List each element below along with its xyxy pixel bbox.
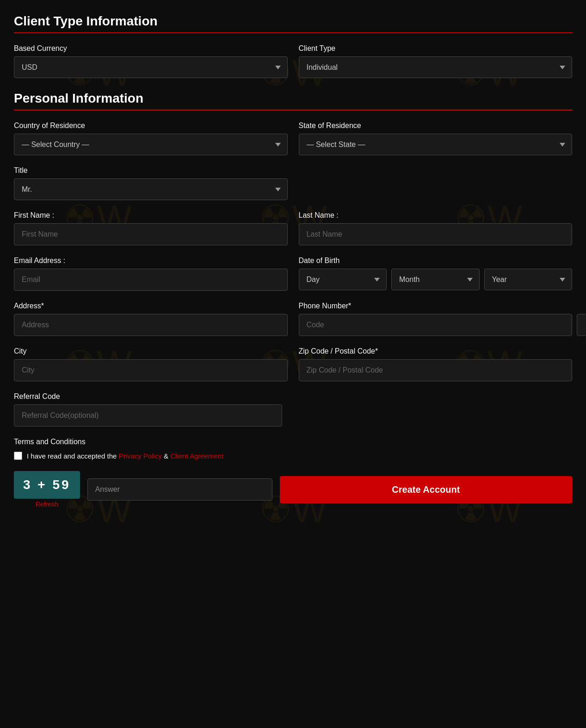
- phone-number-input[interactable]: [577, 314, 586, 336]
- first-name-label: First Name :: [14, 211, 288, 220]
- phone-group: Phone Number*: [299, 302, 573, 336]
- first-name-input[interactable]: [14, 223, 288, 245]
- captcha-refresh[interactable]: Refresh: [14, 501, 80, 508]
- terms-text: I have read and accepted the Privacy Pol…: [27, 452, 223, 460]
- last-name-group: Last Name :: [299, 211, 573, 245]
- terms-section: Terms and Conditions I have read and acc…: [14, 438, 572, 460]
- terms-text-before: I have read and accepted the: [27, 452, 117, 460]
- zip-group: Zip Code / Postal Code*: [299, 347, 573, 381]
- captcha-container: 3 + 59 Refresh: [14, 471, 80, 508]
- create-account-button[interactable]: Create Account: [280, 476, 572, 503]
- client-type-group: Client Type Individual Corporate Institu…: [299, 44, 573, 78]
- city-zip-row: City Zip Code / Postal Code*: [14, 347, 572, 381]
- city-label: City: [14, 347, 288, 355]
- referral-input[interactable]: [14, 404, 282, 427]
- zip-label: Zip Code / Postal Code*: [299, 347, 573, 355]
- phone-code-input[interactable]: [299, 314, 573, 336]
- client-agreement-link[interactable]: Client Agreement: [170, 452, 223, 460]
- email-group: Email Address :: [14, 257, 288, 291]
- address-phone-row: Address* Phone Number*: [14, 302, 572, 336]
- last-name-label: Last Name :: [299, 211, 573, 220]
- client-type-row: Based Currency USD EUR GBP JPY AUD Clien…: [14, 44, 572, 78]
- last-name-input[interactable]: [299, 223, 573, 245]
- address-input[interactable]: [14, 314, 288, 336]
- address-group: Address*: [14, 302, 288, 336]
- dob-day-select[interactable]: Day 12345 678910 1112131415 1617181920 2…: [299, 269, 387, 290]
- email-input[interactable]: [14, 269, 288, 291]
- title-label: Title: [14, 166, 288, 175]
- dob-group: Date of Birth Day 12345 678910 111213141…: [299, 257, 573, 291]
- personal-info-divider: [14, 110, 572, 110]
- dob-month-select[interactable]: Month JanuaryFebruaryMarch AprilMayJune …: [391, 269, 480, 290]
- terms-label: Terms and Conditions: [14, 438, 572, 446]
- based-currency-label: Based Currency: [14, 44, 288, 53]
- title-row: Title Mr. Mrs. Ms. Dr. Prof.: [14, 166, 572, 200]
- title-select[interactable]: Mr. Mrs. Ms. Dr. Prof.: [14, 178, 288, 200]
- zip-input[interactable]: [299, 359, 573, 381]
- based-currency-group: Based Currency USD EUR GBP JPY AUD: [14, 44, 288, 78]
- referral-section: Referral Code: [14, 392, 572, 427]
- dob-selects: Day 12345 678910 1112131415 1617181920 2…: [299, 269, 573, 290]
- based-currency-select[interactable]: USD EUR GBP JPY AUD: [14, 56, 288, 78]
- terms-checkbox[interactable]: [14, 452, 22, 460]
- name-row: First Name : Last Name :: [14, 211, 572, 245]
- country-select[interactable]: — Select Country — United States United …: [14, 134, 288, 155]
- personal-info-title: Personal Information: [14, 91, 572, 106]
- referral-label: Referral Code: [14, 392, 282, 401]
- country-group: Country of Residence — Select Country — …: [14, 122, 288, 155]
- client-type-divider: [14, 32, 572, 33]
- dob-label: Date of Birth: [299, 257, 573, 265]
- captcha-answer-input[interactable]: [87, 478, 272, 501]
- state-group: State of Residence — Select State — Cali…: [299, 122, 573, 155]
- first-name-group: First Name :: [14, 211, 288, 245]
- terms-ampersand: &: [164, 452, 168, 460]
- state-label: State of Residence: [299, 122, 573, 130]
- client-type-select[interactable]: Individual Corporate Institutional: [299, 56, 573, 78]
- phone-label: Phone Number*: [299, 302, 573, 310]
- title-right-spacer: [299, 166, 573, 200]
- client-type-label: Client Type: [299, 44, 573, 53]
- country-state-row: Country of Residence — Select Country — …: [14, 122, 572, 155]
- city-group: City: [14, 347, 288, 381]
- city-input[interactable]: [14, 359, 288, 381]
- client-type-section: Client Type Information Based Currency U…: [14, 14, 572, 78]
- dob-year-select[interactable]: Year 2005200019951990 1985198019751970: [484, 269, 573, 290]
- referral-group: Referral Code: [14, 392, 282, 427]
- personal-info-section: Personal Information Country of Residenc…: [14, 91, 572, 508]
- address-label: Address*: [14, 302, 288, 310]
- submit-row: 3 + 59 Refresh Create Account: [14, 471, 572, 508]
- phone-row: [299, 314, 573, 336]
- privacy-policy-link[interactable]: Privacy Policy: [118, 452, 161, 460]
- country-label: Country of Residence: [14, 122, 288, 130]
- terms-check-row: I have read and accepted the Privacy Pol…: [14, 452, 572, 460]
- captcha-box: 3 + 59: [14, 471, 80, 499]
- email-dob-row: Email Address : Date of Birth Day 12345 …: [14, 257, 572, 291]
- state-select[interactable]: — Select State — California New York Tex…: [299, 134, 573, 155]
- client-type-title: Client Type Information: [14, 14, 572, 29]
- email-label: Email Address :: [14, 257, 288, 265]
- title-group: Title Mr. Mrs. Ms. Dr. Prof.: [14, 166, 288, 200]
